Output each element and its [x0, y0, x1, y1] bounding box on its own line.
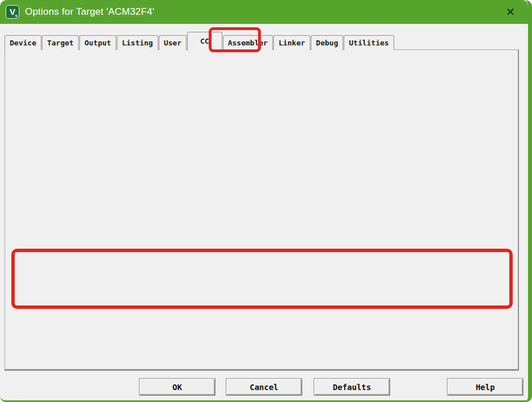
- tab-linker[interactable]: Linker: [273, 35, 310, 50]
- cc-tab-panel: [5, 49, 519, 371]
- defaults-button[interactable]: Defaults: [314, 378, 390, 396]
- tab-assembler[interactable]: Assembler: [223, 35, 273, 50]
- close-icon[interactable]: ✕: [501, 2, 520, 22]
- options-dialog: V s Options for Target 'ACM32F4' ✕ Devic…: [0, 0, 532, 402]
- ok-button[interactable]: OK: [139, 378, 216, 396]
- title-bar[interactable]: V s Options for Target 'ACM32F4' ✕: [0, 0, 528, 24]
- uvision-app-icon: V s: [6, 5, 19, 19]
- tab-debug[interactable]: Debug: [311, 35, 343, 50]
- dialog-title: Options for Target 'ACM32F4': [25, 6, 154, 18]
- tab-utilities[interactable]: Utilities: [344, 35, 394, 50]
- help-button[interactable]: Help: [447, 378, 523, 396]
- tab-cc[interactable]: CC: [187, 32, 222, 51]
- tab-listing[interactable]: Listing: [117, 35, 158, 50]
- tab-user[interactable]: User: [159, 35, 187, 50]
- tab-device[interactable]: Device: [5, 35, 41, 50]
- tab-target[interactable]: Target: [42, 35, 79, 50]
- uvision-icon-subscript: s: [15, 13, 18, 19]
- tab-output[interactable]: Output: [79, 35, 116, 50]
- cancel-button[interactable]: Cancel: [226, 378, 302, 396]
- uvision-icon-glyph: V: [10, 6, 15, 18]
- tab-strip: Device Target Output Listing User CC Ass…: [5, 31, 395, 50]
